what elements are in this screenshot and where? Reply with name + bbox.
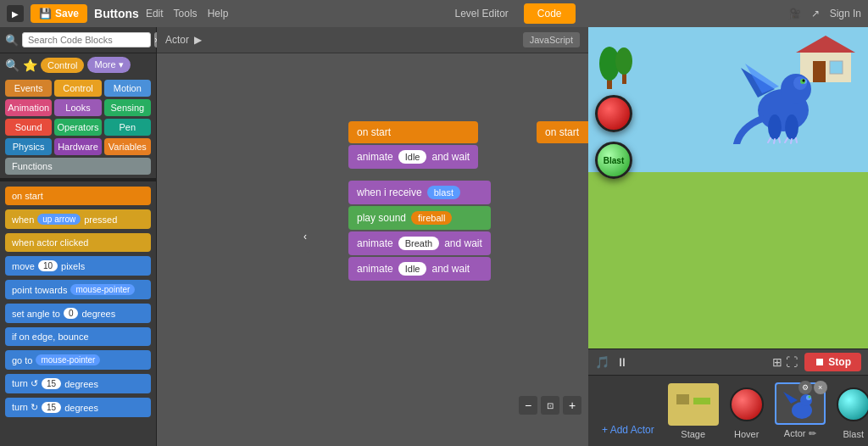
svg-marker-25	[783, 392, 798, 404]
camera-icon: 🎥	[788, 8, 801, 20]
cat-sensing[interactable]: Sensing	[104, 99, 151, 116]
game-background: Blast	[588, 27, 868, 348]
signin-button[interactable]: Sign In	[830, 8, 861, 20]
svg-rect-3	[830, 61, 843, 74]
svg-point-24	[809, 395, 811, 398]
preview-controls: 🎵 ⏸ ⊞ ⛶ ⏹ Stop	[588, 348, 868, 376]
pause-button[interactable]: ⏸	[616, 355, 628, 369]
share-icon[interactable]: ↗	[811, 8, 820, 20]
actor-thumb-actor[interactable]: ⚙ × Actor ✏	[775, 382, 826, 439]
canvas-group-on-start: on start animate Idle and wait	[348, 121, 478, 169]
menu-tools[interactable]: Tools	[174, 8, 198, 20]
cat-sound[interactable]: Sound	[5, 119, 52, 136]
zoom-fit-button[interactable]: ⊡	[541, 396, 559, 415]
cat-hardware[interactable]: Hardware	[54, 138, 101, 155]
actor-thumb-stage[interactable]: Stage	[668, 383, 719, 439]
canvas-group-on-start-2: on start	[537, 121, 588, 143]
stop-icon: ⏹	[815, 356, 825, 368]
tab-code[interactable]: Code	[524, 3, 576, 24]
menu-edit[interactable]: Edit	[146, 8, 164, 20]
canvas-area[interactable]: on start animate Idle and wait when i re…	[157, 53, 588, 421]
block-go-to[interactable]: go to mouse-pointer	[5, 350, 151, 370]
editor-tabs: Level Editor Code	[441, 3, 575, 24]
cat-events[interactable]: Events	[5, 80, 52, 97]
search-input[interactable]	[22, 32, 151, 47]
actor-img-actor: ⚙ ×	[775, 382, 826, 425]
blast-button-label: Blast	[604, 156, 624, 165]
cat-pen[interactable]: Pen	[104, 119, 151, 136]
app-title: Buttons	[94, 7, 139, 20]
zoom-in-button[interactable]: +	[563, 396, 581, 415]
cat-motion[interactable]: Motion	[104, 80, 151, 97]
cat-tab-more[interactable]: More ▾	[87, 57, 130, 73]
dragon-svg	[732, 51, 826, 144]
block-when-up-arrow[interactable]: when up arrow pressed	[5, 209, 151, 229]
canvas-zoom-controls: − ⊡ +	[519, 396, 581, 415]
canvas-group-blast: when i receive blast play sound fireball…	[348, 181, 491, 281]
actor-thumb-hover[interactable]: Hover	[726, 383, 768, 439]
zoom-out-button[interactable]: −	[519, 396, 537, 415]
actor-img-hover	[726, 383, 768, 426]
actor-label-actor: Actor ✏	[784, 428, 816, 439]
svg-point-7	[615, 47, 632, 75]
svg-marker-1	[796, 36, 855, 53]
block-category-grid: Events Control Motion Animation Looks Se…	[0, 76, 156, 178]
actor-label-hover: Hover	[734, 429, 759, 439]
red-game-button[interactable]	[595, 95, 632, 132]
save-button[interactable]: 💾 Save	[31, 4, 87, 23]
cat-control[interactable]: Control	[54, 80, 101, 97]
search-toggle[interactable]: 🔍	[5, 59, 19, 72]
fullscreen-button[interactable]: ⛶	[786, 355, 798, 369]
canvas-block-on-start[interactable]: on start	[348, 121, 478, 143]
cat-operators[interactable]: Operators	[54, 119, 101, 136]
block-on-start[interactable]: on start	[5, 187, 151, 205]
game-canvas: Blast	[588, 27, 868, 348]
canvas-block-animate-breath[interactable]: animate Breath and wait	[348, 231, 491, 255]
actor-img-blast	[832, 383, 868, 426]
block-if-on-edge[interactable]: if on edge, bounce	[5, 327, 151, 346]
right-nav: 🎥 ↗ Sign In	[788, 8, 861, 20]
cat-tab-control[interactable]: Control	[41, 58, 84, 73]
canvas-block-when-receive[interactable]: when i receive blast	[348, 181, 491, 204]
javascript-button[interactable]: JavaScript	[523, 32, 580, 47]
block-point-towards[interactable]: point towards mouse-pointer	[5, 280, 151, 299]
menu-help[interactable]: Help	[208, 8, 229, 20]
block-when-actor-clicked[interactable]: when actor clicked	[5, 233, 151, 252]
actor-thumb-blast[interactable]: Blast	[832, 383, 868, 439]
grid-view-button[interactable]: ⊞	[772, 355, 782, 369]
left-panel: 🔍 × 🔍 ⭐ Control More ▾ Events Control Mo…	[0, 27, 157, 446]
add-actor-button[interactable]: + Add Actor	[595, 421, 661, 439]
canvas-block-on-start-2[interactable]: on start	[537, 121, 588, 143]
cat-functions[interactable]: Functions	[5, 158, 151, 175]
app-icon: ▶	[7, 5, 24, 22]
search-icon: 🔍	[5, 34, 19, 47]
actor-label: Actor	[165, 34, 189, 46]
blast-game-button[interactable]: Blast	[595, 142, 632, 179]
block-move[interactable]: move 10 pixels	[5, 256, 151, 276]
tab-level-editor[interactable]: Level Editor	[441, 3, 521, 24]
collapse-panel-button[interactable]: ‹	[300, 220, 310, 253]
star-toggle[interactable]: ⭐	[23, 59, 37, 72]
cat-variables[interactable]: Variables	[104, 138, 151, 155]
actor-row: + Add Actor Stage Hover	[588, 376, 868, 446]
category-tabs: 🔍 ⭐ Control More ▾	[0, 53, 156, 76]
canvas-block-animate-idle[interactable]: animate Idle and wait	[348, 145, 478, 169]
svg-point-13	[803, 80, 805, 82]
cat-looks[interactable]: Looks	[54, 99, 101, 116]
canvas-block-play-sound[interactable]: play sound fireball	[348, 206, 491, 230]
actor-label-stage: Stage	[681, 429, 705, 439]
block-set-angle[interactable]: set angle to 0 degrees	[5, 304, 151, 323]
topbar: ▶ 💾 Save Buttons Edit Tools Help Level E…	[0, 0, 868, 27]
cat-animation[interactable]: Animation	[5, 99, 52, 116]
actor-gear-icon[interactable]: ⚙	[798, 381, 812, 394]
stop-button[interactable]: ⏹ Stop	[804, 353, 861, 371]
block-turn-right[interactable]: turn ↻ 15 degrees	[5, 398, 151, 417]
canvas-block-animate-idle2[interactable]: animate Idle and wait	[348, 257, 491, 281]
block-turn-left[interactable]: turn ↺ 15 degrees	[5, 374, 151, 393]
save-icon: 💾	[39, 8, 52, 20]
game-dragon	[732, 51, 826, 144]
actor-close-icon[interactable]: ×	[814, 381, 827, 394]
cat-physics[interactable]: Physics	[5, 138, 52, 155]
preview-grid-buttons: ⊞ ⛶	[772, 355, 798, 369]
svg-point-16	[768, 114, 782, 140]
